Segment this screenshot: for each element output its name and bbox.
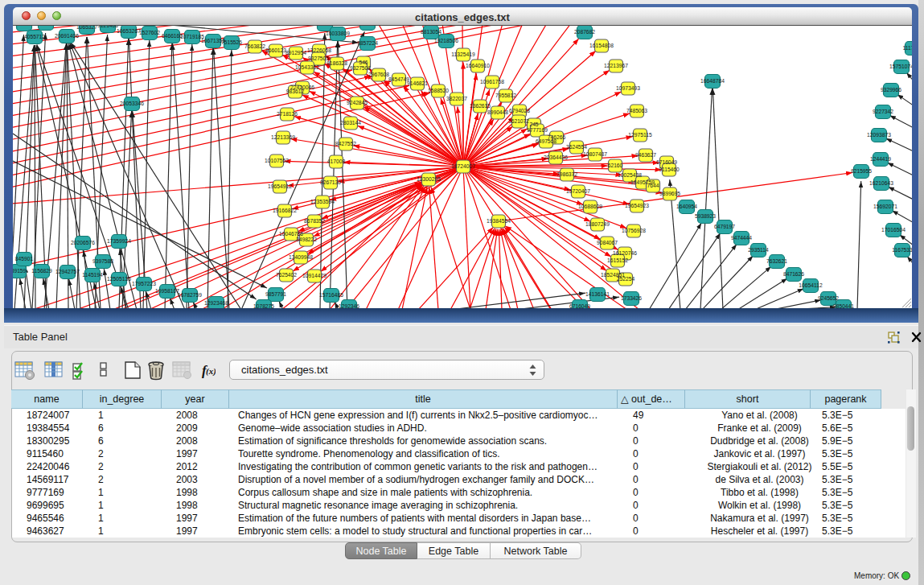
svg-text:20691406: 20691406 xyxy=(55,33,79,39)
svg-text:15692071: 15692071 xyxy=(873,204,897,209)
svg-text:9474444: 9474444 xyxy=(731,235,752,241)
svg-text:9777169: 9777169 xyxy=(527,127,548,133)
svg-text:8990448: 8990448 xyxy=(487,109,508,115)
svg-text:10914479: 10914479 xyxy=(302,273,326,278)
svg-text:16640910: 16640910 xyxy=(466,63,490,68)
svg-text:20364436: 20364436 xyxy=(544,154,568,160)
svg-text:8678352: 8678352 xyxy=(304,218,325,224)
svg-text:12505135: 12505135 xyxy=(107,276,131,282)
svg-text:16154808: 16154808 xyxy=(589,43,614,48)
svg-text:17359924: 17359924 xyxy=(107,238,131,244)
svg-text:(x): (x) xyxy=(206,366,216,377)
svg-text:1733426: 1733426 xyxy=(621,295,642,301)
svg-text:1588520: 1588520 xyxy=(428,88,449,93)
svg-text:7515526: 7515526 xyxy=(221,39,242,45)
svg-text:13226058: 13226058 xyxy=(307,47,331,53)
svg-text:9084067: 9084067 xyxy=(597,240,618,245)
svg-text:2087682: 2087682 xyxy=(574,29,595,35)
svg-text:12093873: 12093873 xyxy=(867,132,891,138)
svg-text:8340557: 8340557 xyxy=(14,26,35,27)
svg-text:6497568: 6497568 xyxy=(536,138,556,144)
svg-text:20206576: 20206576 xyxy=(71,240,95,245)
svg-text:6479197: 6479197 xyxy=(714,224,735,229)
svg-text:7986372: 7986372 xyxy=(556,171,577,177)
svg-text:16120746: 16120746 xyxy=(613,250,637,256)
svg-text:2803144: 2803144 xyxy=(340,120,361,126)
svg-text:19384554: 19384554 xyxy=(487,218,511,224)
svg-text:39159: 39159 xyxy=(13,268,27,274)
svg-text:3822037: 3822037 xyxy=(446,96,467,101)
svg-text:10654112: 10654112 xyxy=(799,282,823,288)
svg-text:15751074: 15751074 xyxy=(889,64,912,69)
svg-text:17016504: 17016504 xyxy=(881,227,906,233)
svg-text:10688609: 10688609 xyxy=(578,204,602,209)
svg-text:983612: 983612 xyxy=(286,89,305,94)
svg-text:1145194: 1145194 xyxy=(82,272,103,278)
svg-text:18300295: 18300295 xyxy=(417,176,441,182)
svg-text:3624554: 3624554 xyxy=(566,144,587,150)
svg-text:9857791: 9857791 xyxy=(265,291,286,297)
svg-text:17957223: 17957223 xyxy=(132,281,156,286)
svg-text:12923468: 12923468 xyxy=(204,300,228,306)
svg-text:19654912: 19654912 xyxy=(268,183,292,189)
svg-text:8186328: 8186328 xyxy=(326,60,347,66)
svg-text:3498222: 3498222 xyxy=(296,237,317,242)
svg-text:16648784: 16648784 xyxy=(700,78,725,84)
svg-text:1117205: 1117205 xyxy=(902,45,912,51)
svg-text:10046786: 10046786 xyxy=(279,231,303,237)
svg-text:1527602: 1527602 xyxy=(139,30,160,35)
svg-text:10756928: 10756928 xyxy=(622,228,646,233)
svg-text:12975115: 12975115 xyxy=(628,132,652,138)
svg-text:10107552: 10107552 xyxy=(265,158,289,163)
svg-text:7625402: 7625402 xyxy=(276,272,297,278)
svg-text:15720407: 15720407 xyxy=(566,188,590,194)
svg-text:1065327: 1065327 xyxy=(76,26,97,30)
svg-text:20053346: 20053346 xyxy=(120,101,144,106)
svg-text:9463627: 9463627 xyxy=(635,152,656,158)
svg-text:1615152: 1615152 xyxy=(607,257,628,263)
svg-text:2718126: 2718126 xyxy=(277,111,298,117)
svg-text:7663822: 7663822 xyxy=(244,43,265,49)
svg-text:10958107: 10958107 xyxy=(155,288,179,294)
svg-text:7955812: 7955812 xyxy=(495,93,516,98)
svg-text:9327508: 9327508 xyxy=(350,65,371,71)
svg-text:8427552: 8427552 xyxy=(335,141,356,146)
svg-text:8215955: 8215955 xyxy=(851,168,872,174)
svg-text:6716049: 6716049 xyxy=(656,159,677,165)
svg-text:16210643: 16210643 xyxy=(869,180,893,186)
svg-text:8912954: 8912954 xyxy=(285,50,306,56)
svg-text:62160: 62160 xyxy=(608,163,623,168)
svg-text:1640954: 1640954 xyxy=(676,204,697,209)
svg-text:12942757: 12942757 xyxy=(55,269,80,274)
svg-text:12213369: 12213369 xyxy=(271,134,295,140)
svg-text:19218506: 19218506 xyxy=(434,38,458,43)
svg-text:8471626: 8471626 xyxy=(783,271,804,277)
svg-text:9245652: 9245652 xyxy=(818,295,839,301)
svg-text:9227342: 9227342 xyxy=(873,109,893,114)
svg-text:18807249: 18807249 xyxy=(585,221,610,227)
svg-text:10025438: 10025438 xyxy=(618,172,642,178)
svg-text:12213967: 12213967 xyxy=(604,63,628,68)
svg-text:16782759: 16782759 xyxy=(178,292,202,298)
svg-text:9146821: 9146821 xyxy=(407,80,428,86)
svg-text:245: 245 xyxy=(529,122,538,127)
svg-text:7485063: 7485063 xyxy=(626,108,647,113)
svg-text:546: 546 xyxy=(359,60,368,65)
svg-text:1156829: 1156829 xyxy=(31,268,52,274)
svg-text:9121406: 9121406 xyxy=(97,26,118,28)
svg-text:5938923: 5938923 xyxy=(695,213,716,219)
svg-text:1621072: 1621072 xyxy=(508,118,529,124)
svg-text:4055712: 4055712 xyxy=(24,34,45,39)
svg-text:7644: 7644 xyxy=(647,183,659,188)
svg-text:7857224: 7857224 xyxy=(357,40,378,46)
svg-text:1603381: 1603381 xyxy=(314,26,335,27)
svg-text:13409948: 13409948 xyxy=(289,254,313,260)
svg-text:16033809: 16033809 xyxy=(326,31,350,36)
svg-text:18724007: 18724007 xyxy=(451,163,475,169)
svg-text:8267130: 8267130 xyxy=(320,179,341,185)
svg-text:11325419: 11325419 xyxy=(451,51,475,57)
svg-text:417008: 417008 xyxy=(327,159,346,164)
svg-text:2967608: 2967608 xyxy=(368,72,389,77)
svg-text:1244419: 1244419 xyxy=(870,156,891,162)
svg-text:10973493: 10973493 xyxy=(616,85,640,91)
